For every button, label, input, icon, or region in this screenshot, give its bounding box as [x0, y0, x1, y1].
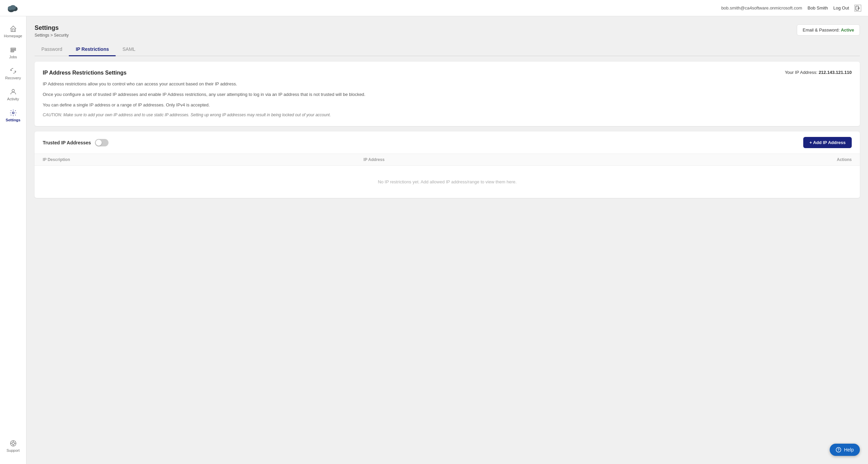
- topbar-right: bob.smith@ca4software.onmicrosoft.com Bo…: [721, 5, 861, 12]
- svg-rect-8: [11, 51, 14, 52]
- logo: [7, 2, 19, 14]
- sidebar-item-label: Support: [6, 448, 20, 452]
- help-button[interactable]: ? Help: [830, 444, 860, 456]
- sidebar-item-label: Jobs: [9, 55, 17, 59]
- svg-text:?: ?: [837, 448, 840, 452]
- svg-rect-7: [11, 49, 16, 51]
- svg-point-3: [8, 6, 13, 10]
- sidebar-item-jobs[interactable]: Jobs: [1, 43, 25, 62]
- sidebar-item-label: Activity: [7, 97, 19, 101]
- card-description-1: IP Address restrictions allow you to con…: [43, 81, 852, 88]
- ip-info-card: IP Address Restrictions Settings Your IP…: [35, 62, 860, 126]
- ip-address-display: Your IP Address: 212.143.121.110: [785, 70, 852, 75]
- topbar: bob.smith@ca4software.onmicrosoft.com Bo…: [0, 0, 868, 16]
- table-header-row: IP Description IP Address Actions: [35, 154, 860, 166]
- sidebar-item-label: Settings: [6, 118, 20, 122]
- sidebar-item-homepage[interactable]: Homepage: [1, 22, 25, 41]
- ip-table: IP Description IP Address Actions No IP …: [35, 154, 860, 198]
- card-description-2: Once you configure a set of trusted IP a…: [43, 91, 852, 98]
- empty-message: No IP restrictions yet. Add allowed IP a…: [35, 166, 860, 198]
- sidebar: Homepage Jobs Recovery Act: [0, 16, 26, 464]
- svg-rect-6: [11, 48, 16, 49]
- main-layout: Homepage Jobs Recovery Act: [0, 16, 868, 464]
- col-header-address: IP Address: [355, 154, 630, 166]
- topbar-left: [7, 2, 19, 14]
- tab-ip-restrictions[interactable]: IP Restrictions: [69, 43, 116, 56]
- sidebar-item-label: Homepage: [4, 34, 22, 38]
- tab-password[interactable]: Password: [35, 43, 69, 56]
- trusted-title-row: Trusted IP Addresses: [43, 139, 108, 146]
- topbar-email: bob.smith@ca4software.onmicrosoft.com: [721, 5, 802, 11]
- trusted-header: Trusted IP Addresses + Add IP Address: [35, 132, 860, 154]
- tabs: Password IP Restrictions SAML: [35, 43, 860, 56]
- add-ip-button[interactable]: + Add IP Address: [803, 137, 852, 148]
- col-header-actions: Actions: [630, 154, 860, 166]
- content-area: Settings Settings > Security Email & Pas…: [26, 16, 868, 464]
- svg-point-10: [12, 112, 14, 114]
- svg-point-9: [12, 89, 14, 92]
- tab-saml[interactable]: SAML: [116, 43, 142, 56]
- trusted-ip-section: Trusted IP Addresses + Add IP Address IP…: [35, 132, 860, 198]
- sidebar-item-label: Recovery: [5, 76, 21, 80]
- svg-point-12: [12, 442, 14, 444]
- logout-icon[interactable]: [854, 5, 861, 12]
- trusted-title: Trusted IP Addresses: [43, 140, 91, 145]
- card-header-row: IP Address Restrictions Settings Your IP…: [43, 70, 852, 81]
- logout-button[interactable]: Log Out: [833, 5, 849, 11]
- card-caution: CAUTION: Make sure to add your own IP ad…: [43, 112, 852, 118]
- sidebar-item-support[interactable]: Support: [1, 436, 25, 456]
- page-title: Settings: [35, 24, 68, 32]
- status-value: Active: [841, 27, 854, 33]
- sidebar-item-recovery[interactable]: Recovery: [1, 64, 25, 83]
- ip-restrictions-toggle[interactable]: [95, 139, 108, 146]
- breadcrumb: Settings > Security: [35, 33, 68, 38]
- card-title: IP Address Restrictions Settings: [43, 70, 126, 76]
- card-description-3: You can define a single IP address or a …: [43, 102, 852, 109]
- sidebar-item-activity[interactable]: Activity: [1, 85, 25, 104]
- col-header-description: IP Description: [35, 154, 355, 166]
- topbar-username: Bob Smith: [808, 5, 828, 11]
- page-header: Settings Settings > Security: [35, 24, 68, 38]
- page-top-area: Settings Settings > Security Email & Pas…: [35, 24, 860, 38]
- sidebar-item-settings[interactable]: Settings: [1, 106, 25, 125]
- status-badge: Email & Password: Active: [797, 24, 860, 36]
- table-empty-row: No IP restrictions yet. Add allowed IP a…: [35, 166, 860, 198]
